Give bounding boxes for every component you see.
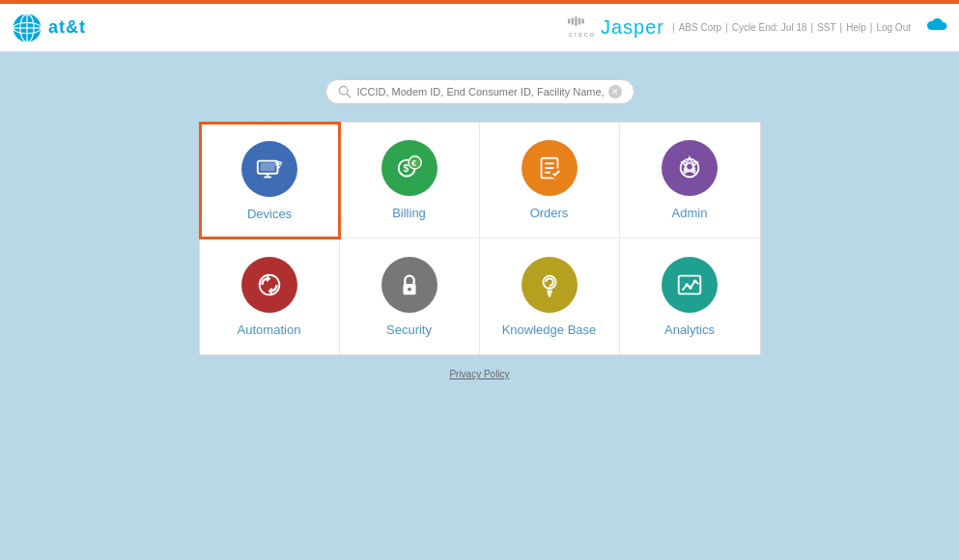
security-icon-circle — [381, 257, 437, 313]
svg-point-40 — [693, 279, 697, 283]
svg-point-33 — [548, 287, 550, 290]
svg-rect-6 — [572, 18, 574, 25]
automation-icon — [255, 270, 284, 299]
billing-icon: $ € — [395, 154, 424, 182]
cloud-icon[interactable] — [926, 17, 947, 37]
admin-icon-circle — [662, 140, 718, 196]
analytics-icon-circle — [662, 257, 718, 313]
nav-sep2: | — [725, 22, 728, 33]
search-icon — [338, 85, 352, 98]
knowledge-icon — [535, 270, 564, 299]
svg-rect-7 — [575, 16, 577, 26]
nav-separator: | — [672, 22, 675, 33]
cisco-brand-label: cisco — [568, 30, 597, 40]
main-content: ✕ Devices — [0, 52, 959, 560]
grid-item-billing[interactable]: $ € Billing — [340, 123, 480, 238]
header-nav: | ABS Corp | Cycle End: Jul 18 | SST | H… — [672, 22, 911, 33]
analytics-label: Analytics — [664, 322, 715, 337]
att-logo[interactable]: at&t — [12, 13, 86, 43]
analytics-icon — [675, 270, 704, 299]
nav-sep5: | — [870, 22, 873, 33]
nav-org[interactable]: ABS Corp — [679, 22, 721, 33]
automation-icon-circle — [241, 257, 297, 313]
grid-item-devices[interactable]: Devices — [199, 122, 341, 239]
svg-text:$: $ — [403, 163, 409, 174]
orders-label: Orders — [530, 206, 569, 220]
devices-icon — [255, 154, 284, 183]
app-grid: Devices $ € Billing — [199, 122, 761, 355]
svg-point-31 — [408, 287, 411, 291]
svg-rect-8 — [578, 18, 580, 25]
admin-icon — [675, 154, 704, 182]
devices-icon-circle — [241, 141, 297, 197]
header: at&t cisco Jasper | ABS Corp | Cycle End… — [0, 4, 959, 52]
svg-line-11 — [347, 94, 351, 98]
admin-label: Admin — [672, 206, 708, 220]
nav-sep3: | — [811, 22, 814, 33]
grid-item-security[interactable]: Security — [340, 238, 480, 354]
grid-item-knowledge-base[interactable]: Knowledge Base — [480, 238, 620, 354]
orders-icon — [535, 154, 564, 182]
nav-logout[interactable]: Log Out — [876, 22, 911, 33]
grid-item-orders[interactable]: Orders — [480, 123, 620, 238]
att-globe-icon — [12, 13, 42, 43]
security-label: Security — [386, 322, 432, 337]
nav-sep4: | — [840, 22, 843, 33]
billing-icon-circle: $ € — [381, 140, 437, 196]
att-brand-text: at&t — [48, 17, 86, 38]
grid-item-admin[interactable]: Admin — [620, 123, 760, 238]
orders-icon-circle — [522, 140, 578, 196]
security-icon — [395, 270, 424, 299]
svg-point-28 — [687, 164, 692, 170]
svg-text:€: € — [410, 158, 416, 168]
svg-rect-5 — [568, 19, 570, 24]
nav-sst[interactable]: SST — [817, 22, 835, 33]
svg-point-16 — [277, 165, 280, 168]
billing-label: Billing — [392, 206, 426, 220]
header-right: cisco Jasper | ABS Corp | Cycle End: Jul… — [568, 15, 947, 39]
nav-cycle: Cycle End: Jul 18 — [732, 22, 807, 33]
grid-item-analytics[interactable]: Analytics — [620, 238, 760, 354]
search-input[interactable] — [357, 86, 605, 98]
jasper-brand-text: Jasper — [601, 16, 664, 39]
nav-help[interactable]: Help — [846, 22, 866, 33]
cisco-jasper-logo: cisco Jasper — [568, 15, 664, 39]
svg-point-10 — [339, 86, 348, 95]
knowledge-base-label: Knowledge Base — [502, 322, 597, 337]
grid-item-automation[interactable]: Automation — [200, 238, 340, 354]
knowledge-icon-circle — [522, 257, 578, 313]
svg-rect-13 — [261, 162, 275, 170]
search-bar[interactable]: ✕ — [325, 79, 635, 104]
svg-point-38 — [685, 283, 689, 287]
svg-point-39 — [689, 285, 692, 289]
svg-rect-9 — [581, 19, 583, 24]
privacy-policy-link[interactable]: Privacy Policy — [449, 369, 509, 379]
svg-rect-37 — [679, 275, 701, 294]
cisco-text: cisco — [568, 15, 597, 39]
search-clear-button[interactable]: ✕ — [608, 85, 622, 98]
devices-label: Devices — [247, 207, 292, 221]
automation-label: Automation — [238, 322, 301, 337]
